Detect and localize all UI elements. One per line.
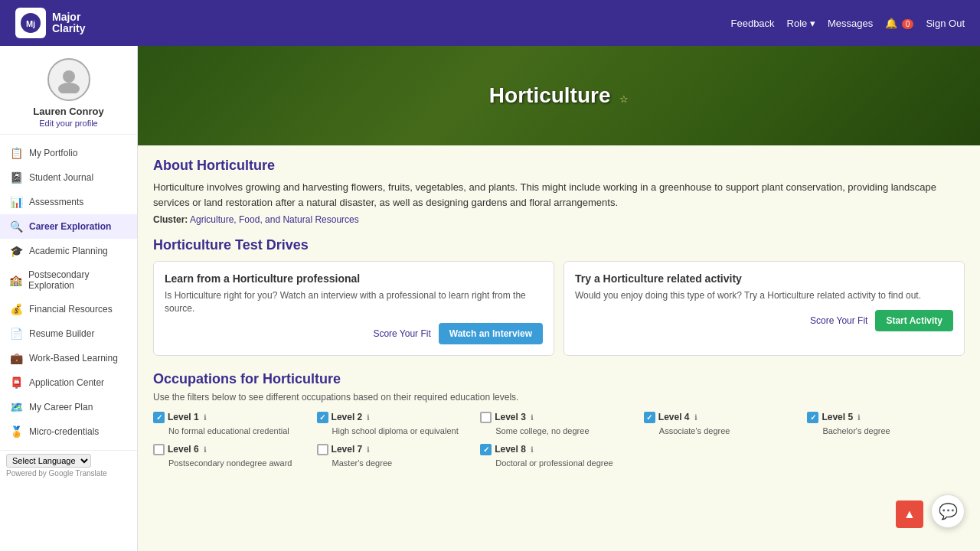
- level-2-info-icon: ℹ: [367, 413, 370, 422]
- activity-card-desc: Would you enjoy doing this type of work?…: [575, 289, 953, 302]
- level-5-label: Level 5: [822, 412, 853, 422]
- level-2-checkbox[interactable]: [317, 412, 328, 423]
- sidebar-item-assessments[interactable]: 📊 Assessments: [0, 190, 137, 214]
- language-select[interactable]: Select Language: [6, 454, 91, 468]
- sidebar-item-resume[interactable]: 📄 Resume Builder: [0, 321, 137, 346]
- activity-card-actions: Score Your Fit Start Activity: [575, 310, 953, 331]
- powered-by-google: Powered by Google Translate: [6, 469, 131, 478]
- level-3-item: Level 3 ℹ Some college, no degree: [480, 412, 638, 436]
- occupations-section-title: Occupations for Horticulture: [153, 371, 965, 387]
- level-8-info-icon: ℹ: [531, 445, 534, 454]
- level-2-label: Level 2: [332, 412, 363, 422]
- education-levels-row2: Level 6 ℹ Postsecondary nondegree award …: [153, 444, 965, 468]
- role-dropdown[interactable]: Role ▾: [787, 18, 815, 29]
- level-5-checkbox[interactable]: [807, 412, 818, 423]
- interview-card-actions: Score Your Fit Watch an Interview: [165, 323, 543, 344]
- level-3-info-icon: ℹ: [531, 413, 534, 422]
- sidebar-item-microcredentials[interactable]: 🏅 Micro-credentials: [0, 419, 137, 444]
- svg-point-2: [63, 70, 75, 83]
- level-8-label: Level 8: [495, 444, 526, 455]
- level-2-header: Level 2 ℹ: [317, 412, 475, 423]
- user-name: Lauren Conroy: [33, 106, 103, 117]
- occupations-description: Use the filters below to see different o…: [153, 392, 965, 403]
- main-content-area: Horticulture ☆ About Horticulture Hortic…: [138, 46, 980, 551]
- about-section: About Horticulture Horticulture involves…: [153, 158, 965, 225]
- hero-banner: Horticulture ☆: [138, 46, 980, 145]
- activity-card-title: Try a Horticulture related activity: [575, 272, 953, 285]
- level-5-info-icon: ℹ: [858, 413, 861, 422]
- interview-card-desc: Is Horticulture right for you? Watch an …: [165, 289, 543, 315]
- level-7-checkbox[interactable]: [317, 444, 328, 455]
- career-plan-icon: 🗺️: [9, 401, 23, 413]
- level-6-checkbox[interactable]: [153, 444, 165, 455]
- level-5-desc: Bachelor's degree: [807, 425, 965, 436]
- level-1-item: Level 1 ℹ No formal educational credenti…: [153, 412, 311, 436]
- sidebar-item-financial[interactable]: 💰 Financial Resources: [0, 297, 137, 321]
- chat-button[interactable]: 💬: [931, 494, 965, 528]
- logo[interactable]: Mj Major Clarity: [15, 8, 86, 38]
- level-6-label: Level 6: [168, 444, 199, 455]
- sidebar-item-journal[interactable]: 📓 Student Journal: [0, 165, 137, 190]
- level-3-checkbox[interactable]: [480, 412, 492, 423]
- postsecondary-icon: 🏫: [9, 274, 22, 286]
- hero-title-container: Horticulture ☆: [489, 83, 629, 108]
- favorite-star-icon[interactable]: ☆: [619, 93, 629, 105]
- sidebar-item-label: Academic Planning: [29, 246, 108, 256]
- level-3-label: Level 3: [495, 412, 526, 422]
- level-8-checkbox[interactable]: [480, 444, 492, 455]
- level-6-header: Level 6 ℹ: [153, 444, 311, 455]
- sidebar-item-career-exploration[interactable]: 🔍 Career Exploration: [0, 214, 137, 239]
- level-7-desc: Master's degree: [317, 458, 475, 468]
- notification-bell[interactable]: 🔔 0: [885, 18, 913, 29]
- svg-point-3: [58, 83, 80, 93]
- portfolio-icon: 📋: [9, 147, 23, 159]
- sidebar-item-academic-planning[interactable]: 🎓 Academic Planning: [0, 239, 137, 263]
- sign-out-link[interactable]: Sign Out: [926, 18, 965, 29]
- academic-planning-icon: 🎓: [9, 245, 23, 257]
- sidebar-item-postsecondary[interactable]: 🏫 Postsecondary Exploration: [0, 263, 137, 297]
- sidebar-item-label: Student Journal: [29, 172, 93, 183]
- about-description: Horticulture involves growing and harves…: [153, 180, 965, 210]
- level-1-desc: No formal educational credential: [153, 425, 311, 436]
- level-2-item: Level 2 ℹ High school diploma or equival…: [317, 412, 475, 436]
- level-6-item: Level 6 ℹ Postsecondary nondegree award: [153, 444, 311, 468]
- level-8-desc: Doctoral or professional degree: [480, 458, 638, 468]
- level-4-checkbox[interactable]: [644, 412, 655, 423]
- sidebar-item-label: Resume Builder: [29, 328, 94, 339]
- user-profile: Lauren Conroy Edit your profile: [0, 46, 137, 135]
- sidebar-item-label: My Career Plan: [29, 402, 93, 412]
- start-activity-button[interactable]: Start Activity: [875, 310, 953, 331]
- sidebar-item-label: Career Exploration: [29, 221, 111, 232]
- level-4-item: Level 4 ℹ Associate's degree: [644, 412, 802, 436]
- watch-interview-button[interactable]: Watch an Interview: [439, 323, 543, 344]
- test-drives-section-title: Horticulture Test Drives: [153, 237, 965, 253]
- sidebar-item-label: My Portfolio: [29, 148, 77, 158]
- level-4-info-icon: ℹ: [694, 413, 697, 422]
- workbased-icon: 💼: [9, 352, 23, 364]
- sidebar-item-career-plan[interactable]: 🗺️ My Career Plan: [0, 395, 137, 419]
- cluster-value[interactable]: Agriculture, Food, and Natural Resources: [190, 214, 359, 225]
- scroll-to-top-button[interactable]: ▲: [896, 500, 923, 528]
- level-1-info-icon: ℹ: [204, 413, 207, 422]
- feedback-link[interactable]: Feedback: [731, 18, 775, 29]
- score-your-fit-link-1[interactable]: Score Your Fit: [373, 328, 430, 339]
- level-5-item: Level 5 ℹ Bachelor's degree: [807, 412, 965, 436]
- top-navigation: Mj Major Clarity Feedback Role ▾ Message…: [0, 0, 980, 46]
- google-translate: Select Language Powered by Google Transl…: [0, 450, 137, 481]
- level-1-header: Level 1 ℹ: [153, 412, 311, 423]
- messages-link[interactable]: Messages: [828, 18, 873, 29]
- level-3-desc: Some college, no degree: [480, 425, 638, 436]
- level-1-checkbox[interactable]: [153, 412, 165, 423]
- career-exploration-icon: 🔍: [9, 220, 23, 233]
- sidebar-item-portfolio[interactable]: 📋 My Portfolio: [0, 141, 137, 165]
- nav-right: Feedback Role ▾ Messages 🔔 0 Sign Out: [731, 18, 965, 29]
- sidebar-item-workbased[interactable]: 💼 Work-Based Learning: [0, 346, 137, 370]
- education-levels-row1: Level 1 ℹ No formal educational credenti…: [153, 412, 965, 436]
- level-7-item: Level 7 ℹ Master's degree: [317, 444, 475, 468]
- activity-card: Try a Horticulture related activity Woul…: [564, 261, 965, 356]
- score-your-fit-link-2[interactable]: Score Your Fit: [810, 315, 867, 326]
- sidebar-item-application[interactable]: 📮 Application Center: [0, 370, 137, 395]
- test-drives-grid: Learn from a Horticulture professional I…: [153, 261, 965, 356]
- edit-profile-link[interactable]: Edit your profile: [39, 119, 97, 128]
- page-title: Horticulture: [489, 83, 611, 107]
